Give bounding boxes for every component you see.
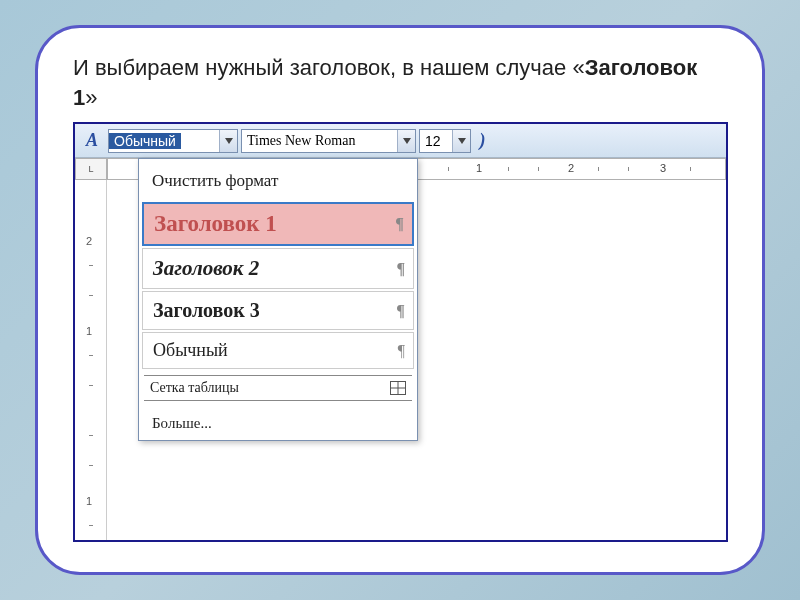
- instruction-suffix: »: [85, 85, 97, 110]
- table-grid-icon: [390, 381, 406, 395]
- dropdown-h1-label: Заголовок 1: [154, 211, 277, 237]
- chevron-down-icon: [225, 138, 233, 144]
- ruler-tick-1: 1: [476, 162, 482, 174]
- dropdown-h2-label: Заголовок 2: [153, 256, 259, 281]
- dropdown-normal-label: Обычный: [153, 340, 228, 361]
- styles-icon[interactable]: A: [79, 128, 105, 154]
- pilcrow-icon: ¶: [396, 302, 405, 320]
- dropdown-more[interactable]: Больше...: [142, 407, 414, 437]
- size-combo[interactable]: 12: [419, 129, 471, 153]
- pilcrow-icon: ¶: [395, 215, 404, 233]
- cut-icon-partial: ): [474, 129, 488, 153]
- word-screenshot: A Обычный Times New Roman 12: [73, 122, 728, 542]
- v-ruler-tick: 1: [86, 325, 92, 337]
- formatting-toolbar: A Обычный Times New Roman 12: [75, 124, 726, 158]
- font-combo[interactable]: Times New Roman: [241, 129, 416, 153]
- style-dropdown: Очистить формат Заголовок 1 ¶ Заголовок …: [138, 158, 418, 441]
- pilcrow-icon: ¶: [397, 260, 405, 278]
- slide-card: И выбираем нужный заголовок, в нашем слу…: [35, 25, 765, 575]
- style-combo-arrow[interactable]: [219, 130, 237, 152]
- v-ruler-tick: 2: [86, 235, 92, 247]
- style-combo-value: Обычный: [109, 133, 181, 149]
- dropdown-more-label: Больше...: [152, 415, 212, 432]
- chevron-down-icon: [403, 138, 411, 144]
- vertical-ruler[interactable]: 2 1 1: [75, 180, 107, 540]
- instruction-text: И выбираем нужный заголовок, в нашем слу…: [73, 53, 727, 112]
- size-combo-value: 12: [420, 133, 446, 149]
- dropdown-heading-2[interactable]: Заголовок 2 ¶: [142, 248, 414, 289]
- instruction-prefix: И выбираем нужный заголовок, в нашем слу…: [73, 55, 585, 80]
- dropdown-clear-format[interactable]: Очистить формат: [142, 162, 414, 200]
- dropdown-grid-label: Сетка таблицы: [150, 380, 239, 396]
- dropdown-h3-label: Заголовок 3: [153, 299, 260, 322]
- ruler-tick-3: 3: [660, 162, 666, 174]
- v-ruler-tick: 1: [86, 495, 92, 507]
- dropdown-normal[interactable]: Обычный ¶: [142, 332, 414, 369]
- font-combo-arrow[interactable]: [397, 130, 415, 152]
- font-combo-value: Times New Roman: [242, 133, 360, 149]
- dropdown-heading-3[interactable]: Заголовок 3 ¶: [142, 291, 414, 330]
- size-combo-arrow[interactable]: [452, 130, 470, 152]
- chevron-down-icon: [458, 138, 466, 144]
- style-combo[interactable]: Обычный: [108, 129, 238, 153]
- ruler-tick-2: 2: [568, 162, 574, 174]
- dropdown-heading-1[interactable]: Заголовок 1 ¶: [142, 202, 414, 246]
- dropdown-table-grid[interactable]: Сетка таблицы: [144, 375, 412, 401]
- dropdown-clear-label: Очистить формат: [152, 171, 278, 191]
- ruler-corner: L: [75, 158, 107, 180]
- pilcrow-icon: ¶: [398, 342, 405, 360]
